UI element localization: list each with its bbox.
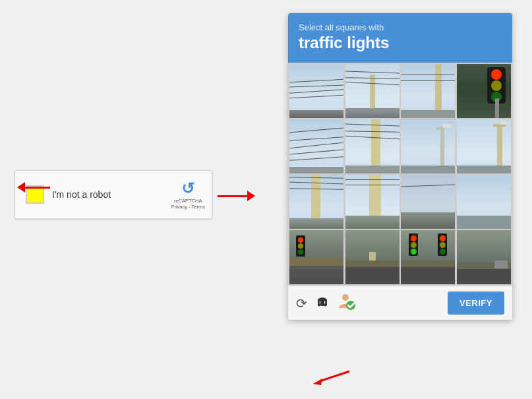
refresh-icon[interactable]: ⟳: [296, 295, 307, 311]
recaptcha-brand-icon: ↺: [181, 179, 194, 198]
svg-point-0: [342, 294, 349, 301]
robot-label: I'm not a robot: [52, 189, 111, 200]
grid-cell-2-4[interactable]: [457, 119, 511, 173]
grid-cell-4-4[interactable]: [457, 230, 511, 284]
user-checkmark-icon[interactable]: [338, 292, 356, 314]
grid-cell-3-1[interactable]: [289, 175, 343, 229]
recaptcha-brand-name: reCAPTCHA: [174, 198, 202, 204]
bottom-arrow: [313, 368, 353, 390]
terms-link[interactable]: Terms: [192, 204, 205, 210]
captcha-header: Select all squares with traffic lights: [288, 13, 512, 63]
grid-cell-3-3[interactable]: [401, 175, 455, 229]
svg-marker-3: [313, 379, 322, 385]
captcha-footer: ⟳ VERIFY: [288, 286, 512, 320]
grid-cell-1-4[interactable]: [457, 64, 511, 118]
captcha-title: traffic lights: [299, 34, 502, 52]
recaptcha-links: Privacy - Terms: [171, 204, 205, 210]
privacy-link[interactable]: Privacy: [171, 204, 187, 210]
grid-cell-2-2[interactable]: [345, 119, 399, 173]
grid-cell-4-2[interactable]: [345, 230, 399, 284]
grid-cell-1-2[interactable]: [345, 64, 399, 118]
recaptcha-widget: I'm not a robot ↺ reCAPTCHA Privacy - Te…: [15, 170, 212, 219]
right-arrow: [218, 191, 255, 201]
grid-cell-2-3[interactable]: [401, 119, 455, 173]
grid-cell-3-2[interactable]: [345, 175, 399, 229]
grid-cell-3-4[interactable]: [457, 175, 511, 229]
verify-button[interactable]: VERIFY: [448, 292, 504, 315]
captcha-panel: Select all squares with traffic lights: [288, 13, 512, 320]
svg-line-2: [320, 371, 349, 381]
recaptcha-logo: ↺ reCAPTCHA Privacy - Terms: [171, 179, 212, 210]
audio-icon[interactable]: [315, 295, 330, 312]
image-grid: [288, 63, 512, 286]
grid-cell-2-1[interactable]: [289, 119, 343, 173]
grid-cell-1-3[interactable]: [401, 64, 455, 118]
grid-cell-4-1[interactable]: [289, 230, 343, 284]
grid-cell-4-3[interactable]: [401, 230, 455, 284]
captcha-subtitle: Select all squares with: [299, 22, 502, 32]
grid-cell-1-1[interactable]: [289, 64, 343, 118]
left-arrow: [17, 182, 50, 193]
